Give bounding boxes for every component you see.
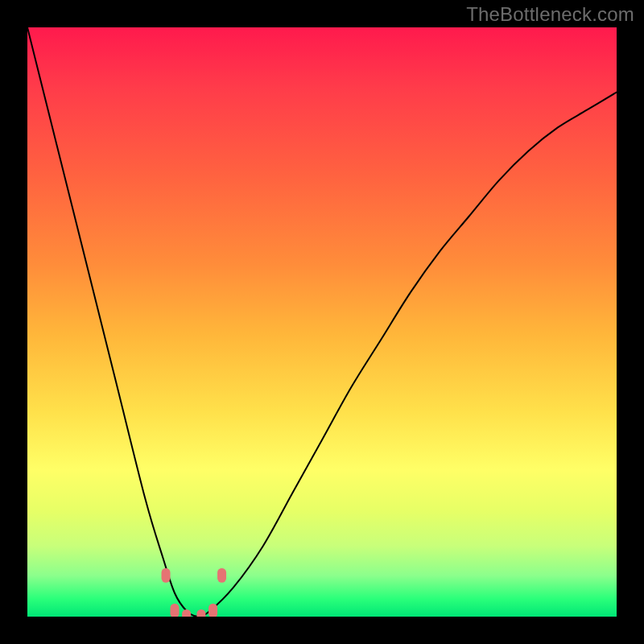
curve-marker bbox=[196, 609, 205, 617]
curve-marker bbox=[217, 568, 226, 583]
outer-frame: TheBottleneck.com bbox=[0, 0, 644, 644]
bottleneck-curve bbox=[27, 27, 617, 617]
curve-marker bbox=[162, 568, 171, 583]
curve-markers-group bbox=[162, 568, 227, 617]
watermark-text: TheBottleneck.com bbox=[466, 3, 634, 26]
curve-marker bbox=[208, 604, 217, 617]
curve-svg bbox=[27, 27, 617, 617]
plot-area bbox=[27, 27, 617, 617]
curve-marker bbox=[182, 609, 191, 617]
curve-marker bbox=[171, 604, 180, 617]
